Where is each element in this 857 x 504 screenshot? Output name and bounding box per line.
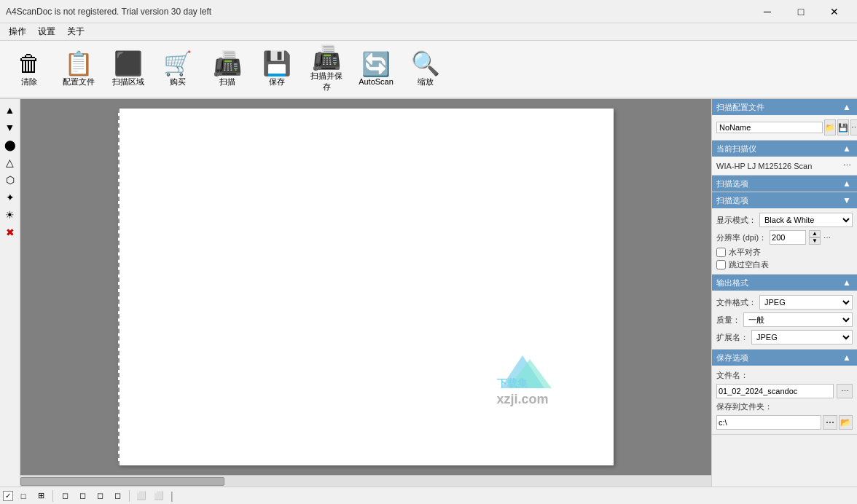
bottom-separator2	[129, 490, 130, 502]
resolution-menu-button[interactable]: ⋯	[823, 234, 831, 242]
config-load-button[interactable]: 📁	[824, 119, 836, 135]
sidebar-hex-button[interactable]: ⬡	[2, 172, 18, 188]
sidebar-star-button[interactable]: ✦	[2, 189, 18, 205]
scan-button[interactable]: 📠 扫描	[204, 43, 251, 95]
close-button[interactable]: ✕	[818, 0, 851, 23]
sidebar-circle-button[interactable]: ⬤	[2, 137, 18, 153]
bottom-single-page-button[interactable]: □	[16, 489, 31, 503]
scan-save-icon: 📠	[312, 46, 341, 69]
scan-options-outer-header: 扫描选项 ▲	[712, 176, 857, 192]
canvas-inner: 下载集 xzji.com	[20, 99, 711, 475]
sidebar-triangle-button[interactable]: △	[2, 154, 18, 170]
quality-select[interactable]: 一般 高质量 低质量	[743, 312, 853, 327]
bottom-view5-button[interactable]: ⬜	[134, 489, 149, 503]
config-file-button[interactable]: 📋 配置文件	[55, 43, 102, 95]
current-scanner-header-label: 当前扫描仪	[716, 143, 756, 154]
horizontal-align-checkbox[interactable]	[716, 248, 726, 257]
bottom-checkbox[interactable]: ✓	[3, 491, 13, 501]
scan-options-outer-collapse-button[interactable]: ▲	[841, 178, 853, 189]
sidebar-cross-button[interactable]: ✖	[2, 224, 18, 240]
clear-button[interactable]: 🗑 清除	[6, 43, 52, 95]
skip-blank-label: 跳过空白表	[729, 259, 769, 270]
resolution-input[interactable]	[770, 230, 806, 245]
titlebar: A4ScanDoc is not registered. Trial versi…	[0, 0, 857, 23]
titlebar-controls: ─ □ ✕	[751, 0, 851, 23]
horizontal-align-label: 水平对齐	[729, 247, 761, 258]
filename-input[interactable]	[716, 384, 834, 398]
save-folder-label: 保存到文件夹：	[716, 401, 772, 412]
purchase-icon: 🛒	[163, 52, 192, 75]
config-save-button[interactable]: 💾	[837, 119, 849, 135]
scan-options-section: 扫描选项 ▼ 显示模式： Black & White Grayscale Col…	[712, 192, 857, 275]
scan-save-label: 扫描并保存	[307, 71, 346, 92]
canvas-scrollbar[interactable]	[20, 475, 711, 487]
save-options-collapse-button[interactable]: ▲	[841, 353, 853, 363]
save-options-header: 保存选项 ▲	[712, 350, 857, 366]
scanner-menu-button[interactable]: ⋯	[842, 161, 853, 170]
maximize-button[interactable]: □	[784, 0, 818, 23]
bottom-grid-button[interactable]: ⊞	[34, 489, 48, 503]
filename-menu-button[interactable]: ⋯	[837, 384, 853, 398]
autoscan-button[interactable]: 🔄 AutoScan	[353, 43, 399, 95]
output-format-content: 文件格式： JPEG PNG PDF TIFF 质量： 一般 高质量 低质量	[712, 291, 857, 349]
right-panel: 扫描配置文件 ▲ 📁 💾 ⋯ 当前扫描仪 ▲ WIA-HP LJ M1251	[711, 99, 857, 487]
display-mode-label: 显示模式：	[716, 215, 756, 226]
current-scanner-collapse-button[interactable]: ▲	[841, 143, 853, 154]
resolution-down-button[interactable]: ▼	[809, 237, 821, 245]
dotted-line	[118, 109, 120, 465]
menu-item-settings[interactable]: 设置	[32, 24, 61, 39]
sidebar-sun-button[interactable]: ☀	[2, 207, 18, 223]
output-format-collapse-button[interactable]: ▲	[841, 277, 853, 288]
quality-label: 质量：	[716, 315, 740, 326]
bottom-view4-button[interactable]: ◻	[110, 489, 125, 503]
autoscan-icon: 🔄	[361, 52, 391, 76]
bottom-view6-button[interactable]: ⬜	[152, 489, 166, 503]
save-options-content: 文件名： ⋯ 保存到文件夹： ⋯ 📂	[712, 366, 857, 434]
sidebar-up-button[interactable]: ▲	[2, 102, 18, 118]
file-format-select[interactable]: JPEG PNG PDF TIFF	[759, 295, 853, 310]
current-scanner-header: 当前扫描仪 ▲	[712, 141, 857, 157]
scan-options-collapse-button[interactable]: ▼	[841, 195, 853, 205]
skip-blank-row: 跳过空白表	[716, 259, 853, 271]
scrollbar-thumb[interactable]	[20, 477, 224, 486]
config-name-input[interactable]	[716, 122, 823, 133]
canvas-area[interactable]: 下载集 xzji.com	[20, 99, 711, 487]
config-file-icon: 📋	[64, 52, 93, 75]
display-mode-select[interactable]: Black & White Grayscale Color	[759, 213, 853, 227]
bottom-view1-button[interactable]: ◻	[58, 489, 72, 503]
save-folder-label-row: 保存到文件夹：	[716, 400, 853, 414]
config-menu-button[interactable]: ⋯	[850, 119, 857, 135]
scan-label: 扫描	[219, 76, 235, 87]
scan-save-button[interactable]: 📠 扫描并保存	[303, 43, 350, 95]
clear-icon: 🗑	[17, 52, 41, 75]
save-button[interactable]: 💾 保存	[254, 43, 300, 95]
output-format-section: 输出格式 ▲ 文件格式： JPEG PNG PDF TIFF 质量：	[712, 275, 857, 350]
save-options-section: 保存选项 ▲ 文件名： ⋯ 保存到文件夹： ⋯ �	[712, 350, 857, 435]
menu-item-about[interactable]: 关于	[61, 24, 90, 39]
scan-icon: 📠	[213, 52, 242, 75]
filename-label-row: 文件名：	[716, 369, 853, 382]
scan-options-content: 显示模式： Black & White Grayscale Color 分辨率 …	[712, 208, 857, 274]
scan-area-icon: ⬛	[114, 52, 143, 75]
minimize-button[interactable]: ─	[751, 0, 784, 23]
quality-row: 质量： 一般 高质量 低质量	[716, 311, 853, 328]
zoom-icon: 🔍	[411, 52, 440, 75]
save-folder-input[interactable]	[716, 415, 821, 430]
save-folder-browse-button[interactable]: ⋯	[823, 415, 837, 430]
scan-options-outer-label: 扫描选项	[716, 178, 748, 189]
bottom-view3-button[interactable]: ◻	[93, 489, 107, 503]
save-folder-open-button[interactable]: 📂	[839, 415, 853, 430]
zoom-button[interactable]: 🔍 缩放	[402, 43, 449, 95]
scan-area-button[interactable]: ⬛ 扫描区域	[105, 43, 152, 95]
resolution-up-button[interactable]: ▲	[809, 230, 821, 237]
extension-select[interactable]: JPEG JPG	[751, 330, 853, 344]
watermark-logo-svg: 下载集	[490, 352, 555, 392]
purchase-button[interactable]: 🛒 购买	[154, 43, 201, 95]
bottom-view2-button[interactable]: ◻	[75, 489, 90, 503]
scan-config-collapse-button[interactable]: ▲	[841, 102, 853, 112]
sidebar-down-button[interactable]: ▼	[2, 119, 18, 135]
save-icon: 💾	[262, 52, 291, 75]
menu-item-actions[interactable]: 操作	[3, 24, 32, 39]
config-file-label: 配置文件	[63, 76, 95, 87]
skip-blank-checkbox[interactable]	[716, 260, 726, 269]
